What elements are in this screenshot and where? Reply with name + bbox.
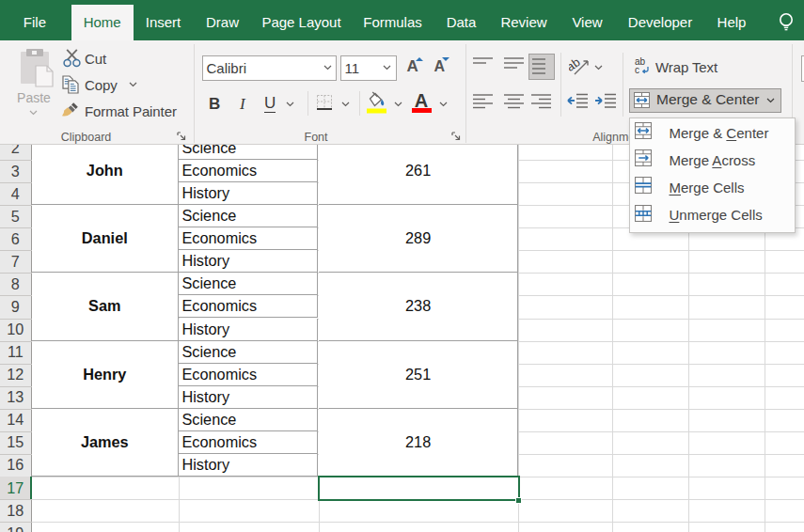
svg-text:c: c	[635, 65, 639, 75]
svg-text:ab: ab	[569, 55, 583, 74]
